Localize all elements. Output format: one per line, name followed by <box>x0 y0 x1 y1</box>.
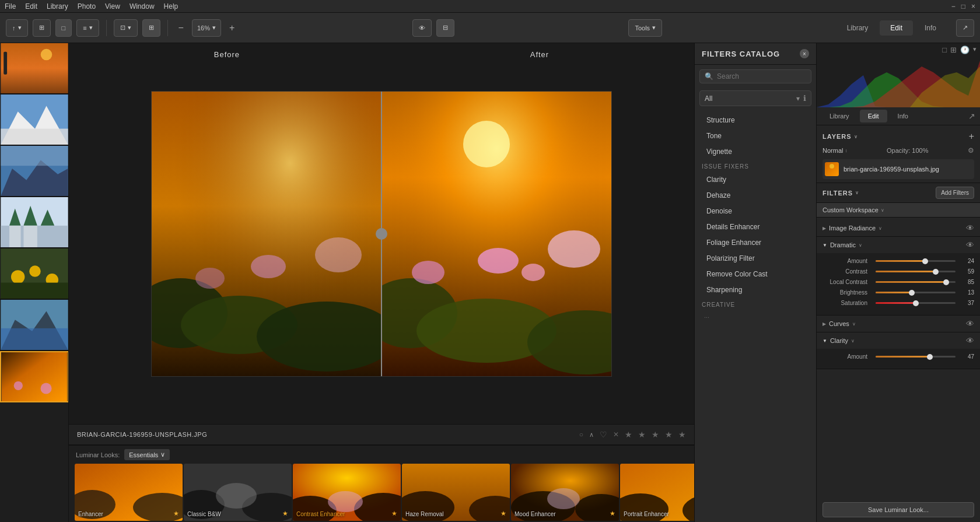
heart-icon[interactable]: ♡ <box>600 430 607 439</box>
filmstrip-thumb-3[interactable] <box>0 146 69 197</box>
layers-add-btn[interactable]: + <box>969 131 974 142</box>
hist-chevron[interactable]: ▾ <box>973 45 977 54</box>
tab-info[interactable]: Info <box>914 20 947 36</box>
menu-library[interactable]: Library <box>47 2 68 10</box>
info-icon[interactable]: ℹ <box>803 94 806 103</box>
filter-item-foliage[interactable]: Foliage Enhancer <box>697 235 814 250</box>
tab-edit[interactable]: Edit <box>880 20 913 36</box>
right-tab-info[interactable]: Info <box>890 110 916 122</box>
add-filters-btn[interactable]: Add Filters <box>936 187 974 199</box>
zoom-in-button[interactable]: + <box>226 22 238 34</box>
filter-item-clarity[interactable]: Clarity <box>697 172 814 187</box>
filmstrip-thumb-5[interactable] <box>0 248 69 300</box>
look-item-contrast[interactable]: Contrast Enhancer ★ <box>293 464 401 521</box>
look-item-enhancer[interactable]: Enhancer ★ <box>75 464 183 521</box>
look-star-1[interactable]: ★ <box>173 510 179 517</box>
hist-icon-1[interactable]: □ <box>942 45 947 54</box>
filmstrip-thumb-7[interactable] <box>0 351 69 402</box>
look-star-2[interactable]: ★ <box>282 510 288 517</box>
filter-group-clarity-header[interactable]: ▼ Clarity ∨ 👁 <box>817 332 980 349</box>
star-2[interactable]: ★ <box>638 430 646 439</box>
slider-track-clarity-amount[interactable] <box>876 356 956 358</box>
blend-mode-btn[interactable]: Normal ↕ <box>822 147 847 154</box>
look-item-bw[interactable]: Classic B&W ★ <box>184 464 292 521</box>
filter-item-tone[interactable]: Tone <box>697 128 814 143</box>
filmstrip-thumb-6[interactable] <box>0 300 69 351</box>
slider-track-local-contrast[interactable] <box>876 281 956 283</box>
look-star-5[interactable]: ★ <box>610 510 615 517</box>
flag-icon[interactable]: ○ <box>579 430 583 439</box>
filter-item-denoise[interactable]: Denoise <box>697 204 814 219</box>
slider-track-contrast[interactable] <box>876 271 956 272</box>
slider-thumb-brightness[interactable] <box>909 290 915 296</box>
filmstrip-thumb-1[interactable] <box>0 43 69 94</box>
slider-track-amount[interactable] <box>876 260 956 262</box>
filter-group-curves-header[interactable]: ▶ Curves ∨ 👁 <box>817 316 980 332</box>
filmstrip-thumb-2[interactable] <box>0 94 69 146</box>
visibility-dramatic[interactable]: 👁 <box>966 240 974 250</box>
filter-item-colorcast[interactable]: Remove Color Cast <box>697 267 814 282</box>
crop-button[interactable]: ⊡ ▾ <box>114 19 138 37</box>
zoom-out-button[interactable]: − <box>175 22 187 34</box>
look-item-haze[interactable]: Haze Removal ★ <box>402 464 510 521</box>
tab-library[interactable]: Library <box>836 20 879 36</box>
menu-file[interactable]: File <box>5 2 16 10</box>
menu-view[interactable]: View <box>105 2 120 10</box>
looks-category-btn[interactable]: Essentials ∨ <box>124 449 170 460</box>
single-view-button[interactable]: □ <box>55 19 72 37</box>
visibility-clarity[interactable]: 👁 <box>966 336 974 345</box>
slider-thumb-saturation[interactable] <box>913 300 919 306</box>
filmstrip-thumb-4[interactable] <box>0 197 69 248</box>
grid-view-button[interactable]: ⊞ <box>33 19 51 37</box>
filters-close-btn[interactable]: × <box>800 49 809 58</box>
search-input[interactable] <box>717 72 806 80</box>
gear-icon[interactable]: ⚙ <box>968 146 974 155</box>
chevron-up[interactable]: ∧ <box>589 431 594 439</box>
slider-thumb-local-contrast[interactable] <box>943 279 949 285</box>
filter-item-details[interactable]: Details Enhancer <box>697 219 814 234</box>
window-maximize[interactable]: □ <box>961 2 965 10</box>
star-5[interactable]: ★ <box>678 430 686 439</box>
import-button[interactable]: ↑ ▾ <box>6 19 28 37</box>
slider-thumb-clarity-amount[interactable] <box>927 354 933 360</box>
right-tab-edit[interactable]: Edit <box>860 110 887 122</box>
visibility-curves[interactable]: 👁 <box>966 319 974 328</box>
compare-button[interactable]: ⊞ <box>142 19 160 37</box>
filter-dropdown[interactable]: All ▾ ℹ <box>699 90 811 106</box>
hist-icon-3[interactable]: 🕐 <box>960 45 970 54</box>
hist-icon-2[interactable]: ⊞ <box>950 45 957 54</box>
filter-item-dehaze[interactable]: Dehaze <box>697 188 814 203</box>
filter-item-structure[interactable]: Structure <box>697 113 814 128</box>
list-view-button[interactable]: ≡ ▾ <box>76 19 99 37</box>
reject-icon[interactable]: ✕ <box>613 430 619 439</box>
window-minimize[interactable]: − <box>951 2 956 10</box>
star-1[interactable]: ★ <box>625 430 632 439</box>
filter-item-vignette[interactable]: Vignette <box>697 144 814 159</box>
filter-group-radiance-header[interactable]: ▶ Image Radiance ∨ 👁 <box>817 220 980 236</box>
slider-track-saturation[interactable] <box>876 302 956 304</box>
look-star-3[interactable]: ★ <box>391 510 397 517</box>
visibility-radiance[interactable]: 👁 <box>966 223 974 233</box>
menu-help[interactable]: Help <box>164 2 178 10</box>
filter-group-dramatic-header[interactable]: ▼ Dramatic ∨ 👁 <box>817 237 980 253</box>
filter-item-sharpening[interactable]: Sharpening <box>697 282 814 297</box>
tools-button[interactable]: Tools ▾ <box>628 19 662 37</box>
filter-item-polarizing[interactable]: Polarizing Filter <box>697 251 814 266</box>
share-out-icon[interactable]: ↗ <box>968 111 975 121</box>
save-look-btn[interactable]: Save Luminar Look... <box>822 502 974 517</box>
slider-thumb-amount[interactable] <box>922 258 928 264</box>
split-button[interactable]: ⊟ <box>436 19 454 37</box>
menu-window[interactable]: Window <box>130 2 155 10</box>
eye-button[interactable]: 👁 <box>412 19 432 37</box>
right-tab-library[interactable]: Library <box>821 110 858 122</box>
menu-photo[interactable]: Photo <box>78 2 96 10</box>
share-button[interactable]: ↗ <box>956 19 974 37</box>
slider-thumb-contrast[interactable] <box>933 269 939 275</box>
slider-track-brightness[interactable] <box>876 292 956 293</box>
layer-item[interactable]: brian-garcia-196959-unsplash.jpg <box>822 159 974 179</box>
window-close[interactable]: × <box>971 2 975 10</box>
look-item-portrait[interactable]: Portrait Enhancer ★ <box>620 464 694 521</box>
look-star-4[interactable]: ★ <box>501 510 506 517</box>
menu-edit[interactable]: Edit <box>25 2 37 10</box>
look-item-mood[interactable]: Mood Enhancer ★ <box>511 464 619 521</box>
